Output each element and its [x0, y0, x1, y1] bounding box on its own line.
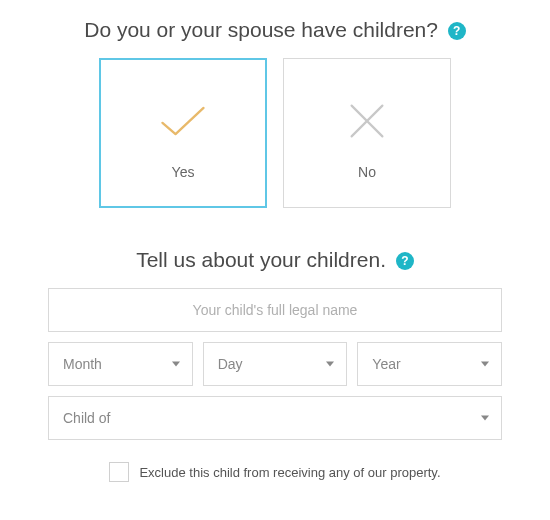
chevron-down-icon	[172, 362, 180, 367]
month-select[interactable]: Month	[48, 342, 193, 386]
check-icon	[155, 86, 211, 156]
exclude-checkbox[interactable]	[109, 462, 129, 482]
choice-yes[interactable]: Yes	[99, 58, 267, 208]
chevron-down-icon	[481, 362, 489, 367]
heading-tell-us: Tell us about your children. ?	[48, 248, 502, 272]
form-container: Do you or your spouse have children? ? Y…	[0, 0, 550, 482]
question-children-text: Do you or your spouse have children?	[84, 18, 438, 41]
help-icon[interactable]: ?	[448, 22, 466, 40]
day-select-label: Day	[218, 356, 243, 372]
row-dob: Month Day Year	[48, 342, 502, 386]
choice-yes-label: Yes	[172, 164, 195, 180]
child-name-input[interactable]	[48, 288, 502, 332]
choice-row: Yes No	[48, 58, 502, 208]
row-name	[48, 288, 502, 332]
row-child-of: Child of	[48, 396, 502, 440]
choice-no-label: No	[358, 164, 376, 180]
chevron-down-icon	[326, 362, 334, 367]
choice-no[interactable]: No	[283, 58, 451, 208]
day-select[interactable]: Day	[203, 342, 348, 386]
child-of-label: Child of	[63, 410, 110, 426]
question-children: Do you or your spouse have children? ?	[48, 18, 502, 42]
x-icon	[345, 86, 389, 156]
child-of-select[interactable]: Child of	[48, 396, 502, 440]
month-select-label: Month	[63, 356, 102, 372]
year-select-label: Year	[372, 356, 400, 372]
help-icon[interactable]: ?	[396, 252, 414, 270]
heading-tell-us-text: Tell us about your children.	[136, 248, 386, 271]
exclude-row: Exclude this child from receiving any of…	[48, 462, 502, 482]
chevron-down-icon	[481, 416, 489, 421]
year-select[interactable]: Year	[357, 342, 502, 386]
exclude-label: Exclude this child from receiving any of…	[139, 465, 440, 480]
